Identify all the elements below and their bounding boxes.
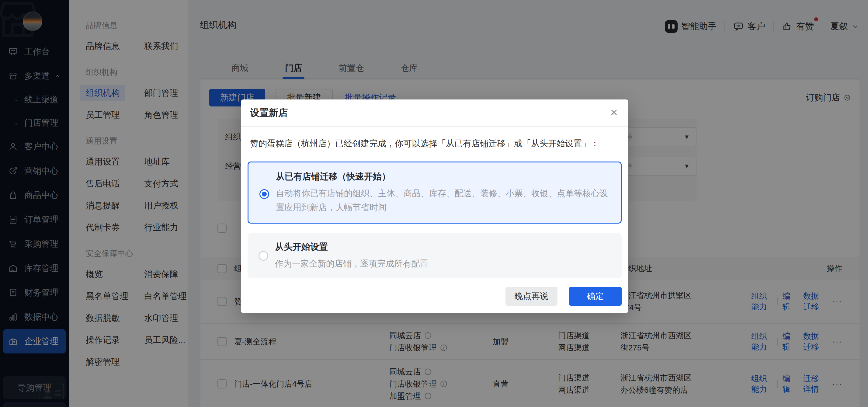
confirm-label: 确定 bbox=[587, 290, 604, 302]
modal-footer: 晚点再说 确定 bbox=[505, 287, 622, 306]
option-start-from-scratch[interactable]: 从头开始设置 作为一家全新的店铺，逐项完成所有配置 bbox=[248, 233, 622, 278]
later-label: 晚点再说 bbox=[515, 290, 549, 302]
modal-body: 赞的蛋糕店（杭州店）已经创建完成，你可以选择「从已有店铺迁移」或「从头开始设置」… bbox=[241, 138, 628, 278]
modal-header: 设置新店 ✕ bbox=[241, 99, 628, 127]
option-title: 从头开始设置 bbox=[275, 241, 610, 253]
setup-new-store-modal: 设置新店 ✕ 赞的蛋糕店（杭州店）已经创建完成，你可以选择「从已有店铺迁移」或「… bbox=[241, 99, 628, 313]
confirm-button[interactable]: 确定 bbox=[569, 287, 622, 306]
option-title: 从已有店铺迁移（快速开始） bbox=[276, 170, 609, 183]
option-description: 自动将你已有店铺的组织、主体、商品、库存、配送、装修、小票、收银、点单等核心设置… bbox=[276, 186, 609, 215]
close-icon[interactable]: ✕ bbox=[610, 107, 618, 118]
later-button[interactable]: 晚点再说 bbox=[505, 287, 557, 306]
option-migrate-from-existing[interactable]: 从已有店铺迁移（快速开始） 自动将你已有店铺的组织、主体、商品、库存、配送、装修… bbox=[248, 161, 622, 224]
option-description: 作为一家全新的店铺，逐项完成所有配置 bbox=[275, 257, 608, 271]
radio-selected-icon[interactable] bbox=[259, 189, 269, 199]
modal-intro-text: 赞的蛋糕店（杭州店）已经创建完成，你可以选择「从已有店铺迁移」或「从头开始设置」… bbox=[250, 138, 619, 149]
radio-unselected-icon[interactable] bbox=[258, 251, 268, 261]
modal-title: 设置新店 bbox=[250, 106, 288, 119]
